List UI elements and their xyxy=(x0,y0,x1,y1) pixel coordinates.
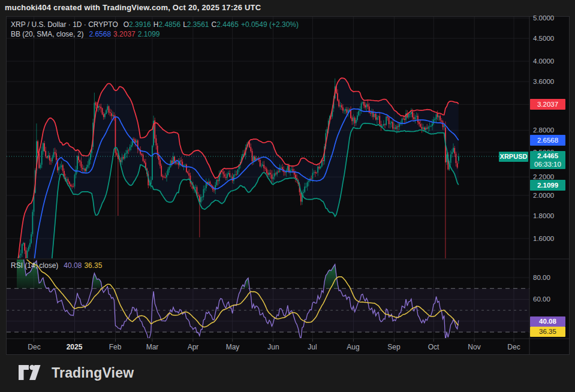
rsi-ma-value: 36.35 xyxy=(84,261,102,270)
ohlc-close-value: 2.4465 xyxy=(216,20,239,29)
bb-basis-badge: 2.6568 xyxy=(530,135,565,146)
price-tick-label: 1.6000 xyxy=(533,234,554,243)
bar-countdown: 06:33:10 xyxy=(530,160,565,168)
bb-label: BB (20, SMA, close, 2) xyxy=(11,30,83,38)
symbol-legend[interactable]: XRP / U.S. Dollar · 1D · CRYPTOO2.3916H2… xyxy=(11,20,299,29)
tradingview-logo-text: TradingView xyxy=(52,365,134,381)
time-tick-label: Apr xyxy=(174,343,212,352)
time-tick-label: Jul xyxy=(293,343,332,352)
tradingview-logo[interactable]: TradingView xyxy=(18,364,134,381)
bb-basis-value: 2.6568 xyxy=(89,30,111,38)
time-tick-label: Jun xyxy=(254,343,293,352)
price-tick-label: 1.8000 xyxy=(533,212,554,220)
price-tick-label: 3.6000 xyxy=(533,77,554,86)
last-price-value: 2.4465 xyxy=(530,152,565,160)
price-tick-label: 2.8000 xyxy=(533,126,554,134)
ohlc-close-key: C xyxy=(212,20,217,29)
last-price-badge: 2.4465 06:33:10 xyxy=(530,151,565,169)
ohlc-low-key: L xyxy=(183,20,187,29)
time-tick-label: Dec xyxy=(15,343,53,352)
rsi-label: RSI (14, close) xyxy=(11,261,58,270)
bb-lower-value: 2.1099 xyxy=(138,30,160,38)
ohlc-open-key: O xyxy=(124,20,129,29)
bb-upper-value: 3.2037 xyxy=(113,30,136,38)
ohlc-high-value: 2.4856 xyxy=(158,20,180,29)
time-tick-label: Mar xyxy=(133,343,171,352)
time-tick-label: Aug xyxy=(334,343,372,352)
time-tick-label: Feb xyxy=(96,343,134,352)
price-tick-label: 2.0000 xyxy=(533,191,554,200)
time-tick-label: May xyxy=(213,343,252,352)
rsi-value-badge: 40.08 xyxy=(530,316,565,327)
time-tick-label: Nov xyxy=(455,343,493,352)
price-tick-label: 4.0000 xyxy=(533,57,554,65)
time-tick-label: Dec xyxy=(495,343,533,352)
symbol-price-label-badge: XRPUSD xyxy=(499,152,528,162)
price-tick-label: 5.0000 xyxy=(533,14,554,22)
tradingview-snapshot-page: muchoki404 created with TradingView.com,… xyxy=(0,0,575,392)
rsi-tick-label: 60.00 xyxy=(533,295,550,303)
ohlc-low-value: 2.3561 xyxy=(187,20,209,29)
tradingview-logo-icon xyxy=(18,364,46,381)
chart-plot-area[interactable] xyxy=(0,0,575,392)
rsi-legend[interactable]: RSI (14, close)40.0836.35 xyxy=(11,261,102,270)
attribution-text: muchoki404 created with TradingView.com,… xyxy=(5,3,261,12)
time-tick-label: Sep xyxy=(375,343,413,352)
ohlc-open-value: 2.3916 xyxy=(129,20,151,29)
symbol-title: XRP / U.S. Dollar · 1D · CRYPTO xyxy=(11,20,118,29)
bb-upper-badge: 3.2037 xyxy=(530,99,565,110)
price-tick-label: 4.5000 xyxy=(533,34,554,43)
time-tick-label: 2025 xyxy=(55,343,94,352)
rsi-tick-label: 80.00 xyxy=(533,273,550,282)
rsi-ma-badge: 36.35 xyxy=(530,327,565,337)
rsi-value: 40.08 xyxy=(64,261,82,270)
time-tick-label: Oct xyxy=(414,343,453,352)
change-value: +0.0549 (+2.30%) xyxy=(241,20,299,29)
bb-lower-badge: 2.1099 xyxy=(530,180,565,191)
bb-legend[interactable]: BB (20, SMA, close, 2)2.65683.20372.1099 xyxy=(11,30,160,38)
